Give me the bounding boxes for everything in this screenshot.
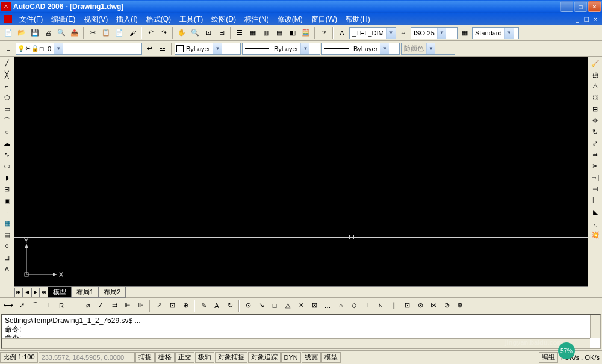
move-button[interactable]: ✥ — [589, 115, 601, 126]
hatch-button[interactable]: ▦ — [1, 218, 13, 229]
cmd-scrollbar-v[interactable] — [590, 315, 600, 338]
chamfer-button[interactable]: ◣ — [589, 206, 601, 217]
mdi-restore-button[interactable]: ❐ — [582, 15, 591, 23]
color-combo[interactable]: ByLayer ▼ — [175, 43, 241, 55]
osnap-qua-button[interactable]: ◇ — [348, 300, 360, 312]
explode-button[interactable]: 💥 — [589, 229, 601, 240]
mdi-close-button[interactable]: × — [591, 15, 600, 23]
drawing-canvas[interactable]: X Y — [14, 57, 588, 286]
dim-jogged-button[interactable]: ⌐ — [69, 300, 81, 312]
pan-button[interactable]: ✋ — [176, 27, 188, 39]
linetype-combo[interactable]: ByLayer ▼ — [242, 43, 320, 55]
markup-button[interactable]: ◧ — [287, 27, 299, 39]
osnap-per-button[interactable]: ⊾ — [374, 300, 386, 312]
osnap-temp-button[interactable]: ⊙ — [242, 300, 254, 312]
menu-modify[interactable]: 修改(M) — [274, 13, 306, 26]
centermark-button[interactable]: ⊕ — [179, 300, 191, 312]
mdi-minimize-button[interactable]: _ — [573, 15, 582, 23]
osnap-settings-button[interactable]: ⚙ — [454, 300, 466, 312]
menu-format[interactable]: 格式(Q) — [143, 13, 175, 26]
osnap-int-button[interactable]: ✕ — [295, 300, 307, 312]
dim-angular-button[interactable]: ∠ — [95, 300, 107, 312]
polygon-button[interactable]: ⬠ — [1, 92, 13, 103]
redo-button[interactable]: ↷ — [158, 27, 170, 39]
zoom-realtime-button[interactable]: 🔍 — [189, 27, 201, 39]
help-button[interactable]: ? — [318, 27, 330, 39]
spline-button[interactable]: ∿ — [1, 149, 13, 160]
zoom-prev-button[interactable]: ⊞ — [216, 27, 228, 39]
dropdown-icon[interactable]: ▼ — [380, 43, 389, 54]
pline-button[interactable]: ⌐ — [1, 81, 13, 91]
dim-radius-button[interactable]: R — [55, 300, 67, 312]
dimstyle-combo[interactable]: _TEL_DIM ▼ — [349, 27, 396, 39]
copy-obj-button[interactable]: ⿻ — [589, 69, 601, 80]
mtext-button[interactable]: A — [1, 264, 13, 274]
dim-baseline-button[interactable]: ⊩ — [122, 300, 134, 312]
dimtedit-button[interactable]: A — [211, 300, 223, 312]
status-grid[interactable]: 栅格 — [155, 352, 175, 363]
copy-button[interactable]: 📋 — [100, 27, 112, 39]
tab-layout1[interactable]: 布局1 — [71, 286, 99, 298]
menu-file[interactable]: 文件(F) — [16, 13, 46, 26]
qdim-button[interactable]: ⇉ — [108, 300, 120, 312]
dropdown-icon[interactable]: ▼ — [386, 28, 396, 39]
qleader-button[interactable]: ↗ — [153, 300, 165, 312]
osnap-mid-button[interactable]: △ — [282, 300, 294, 312]
osnap-tan-button[interactable]: ⊥ — [361, 300, 373, 312]
preview-button[interactable]: 🔍 — [55, 27, 67, 39]
circle-button[interactable]: ○ — [1, 126, 13, 137]
publish-button[interactable]: 📤 — [69, 27, 81, 39]
tab-model[interactable]: 模型 — [48, 286, 72, 298]
dimstyle-icon[interactable]: ↔ — [397, 27, 409, 39]
menu-view[interactable]: 视图(V) — [80, 13, 111, 26]
osnap-end-button[interactable]: □ — [268, 300, 281, 312]
textstyle-combo[interactable]: Standard ▼ — [472, 27, 519, 39]
extend-button[interactable]: →| — [589, 172, 601, 183]
dim-linear-button[interactable]: ⟷ — [2, 300, 14, 312]
dropdown-icon[interactable]: ▼ — [504, 28, 514, 39]
cmd-scrollbar-h[interactable] — [2, 338, 590, 348]
status-group[interactable]: 编组 — [539, 352, 558, 363]
menu-edit[interactable]: 编辑(E) — [48, 13, 79, 26]
undo-button[interactable]: ↶ — [144, 27, 157, 39]
scale-button[interactable]: ⤢ — [589, 138, 601, 149]
tablestyle-icon[interactable]: ▦ — [459, 27, 471, 39]
tab-last-button[interactable]: ⏭ — [40, 288, 48, 297]
trim-button[interactable]: ✂ — [589, 161, 601, 171]
status-coords[interactable]: 233.5572, 184.5905, 0.0000 — [39, 352, 135, 363]
osnap-appint-button[interactable]: ⊠ — [308, 300, 320, 312]
array-button[interactable]: ⊞ — [589, 103, 601, 114]
menu-insert[interactable]: 插入(I) — [113, 13, 141, 26]
dim-continue-button[interactable]: ⊪ — [135, 300, 147, 312]
gradient-button[interactable]: ▤ — [1, 229, 13, 240]
dim-aligned-button[interactable]: ⤢ — [16, 300, 28, 312]
status-model[interactable]: 模型 — [321, 352, 341, 363]
point-button[interactable]: · — [1, 206, 13, 217]
tab-prev-button[interactable]: ◀ — [23, 288, 31, 297]
tab-first-button[interactable]: ⏮ — [14, 288, 23, 297]
offset-button[interactable]: ⿴ — [589, 92, 601, 103]
menu-window[interactable]: 窗口(W) — [308, 13, 341, 26]
matchprop-button[interactable]: 🖌 — [126, 27, 138, 39]
designcenter-button[interactable]: ▦ — [247, 27, 259, 39]
menu-dimension[interactable]: 标注(N) — [241, 13, 273, 26]
close-button[interactable]: × — [588, 1, 601, 12]
status-otrack[interactable]: 对象追踪 — [248, 352, 281, 363]
erase-button[interactable]: 🧹 — [589, 58, 601, 69]
menu-help[interactable]: 帮助(H) — [342, 13, 374, 26]
calc-button[interactable]: 🧮 — [300, 27, 312, 39]
dropdown-icon[interactable]: ▼ — [300, 43, 309, 54]
osnap-near-button[interactable]: ⋈ — [427, 300, 439, 312]
dropdown-icon[interactable]: ▼ — [213, 43, 222, 54]
status-osnap[interactable]: 对象捕捉 — [215, 352, 247, 363]
dim-diameter-button[interactable]: ⌀ — [82, 300, 94, 312]
ellipse-button[interactable]: ⬭ — [1, 161, 13, 171]
rectangle-button[interactable]: ▭ — [1, 103, 13, 114]
osnap-ins-button[interactable]: ⊡ — [401, 300, 413, 312]
tab-layout2[interactable]: 布局2 — [98, 286, 126, 298]
join-button[interactable]: ⊢ — [589, 195, 601, 206]
status-ortho[interactable]: 正交 — [175, 352, 194, 363]
save-button[interactable]: 💾 — [29, 27, 41, 39]
status-lwt[interactable]: 线宽 — [302, 352, 321, 363]
status-scale[interactable]: 比例 1:100 — [0, 352, 38, 363]
